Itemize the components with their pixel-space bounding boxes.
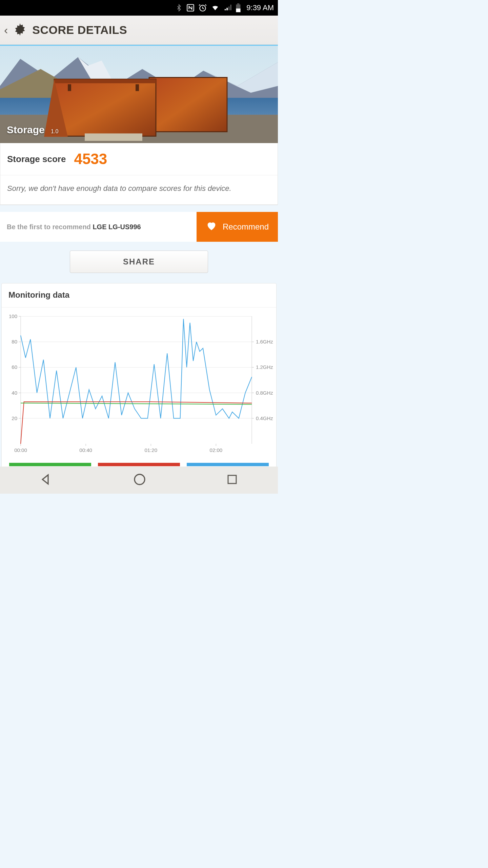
app-header: ‹ SCORE DETAILS	[0, 16, 278, 45]
back-icon[interactable]: ‹	[4, 23, 8, 37]
svg-rect-49	[228, 475, 236, 484]
hero-test-name: Storage 1.0	[7, 124, 58, 136]
svg-text:100: 100	[9, 313, 17, 319]
cell-signal-icon	[223, 4, 232, 12]
app-logo-icon	[13, 22, 27, 38]
android-status-bar: 9:39 AM	[0, 0, 278, 16]
status-time: 9:39 AM	[246, 3, 274, 12]
nav-back-button[interactable]	[40, 473, 53, 488]
device-name: LGE LG-US996	[93, 223, 141, 231]
recommend-prefix: Be the first to recommend	[7, 223, 93, 231]
svg-rect-9	[149, 78, 227, 132]
svg-text:60: 60	[12, 364, 17, 370]
nfc-icon	[186, 3, 195, 12]
svg-text:40: 40	[12, 390, 17, 396]
share-button-label: SHARE	[123, 257, 155, 267]
svg-text:1.6GHz: 1.6GHz	[256, 339, 273, 344]
svg-text:80: 80	[12, 339, 17, 344]
svg-rect-4	[237, 3, 240, 4]
recommend-button-label: Recommend	[223, 222, 269, 232]
alarm-icon	[198, 3, 207, 12]
hero-test-label: Storage	[7, 124, 45, 135]
hero-test-version: 1.0	[51, 129, 58, 134]
svg-text:00:00: 00:00	[14, 447, 27, 453]
score-row: Storage score 4533	[0, 143, 278, 175]
monitoring-card: Monitoring data 204060801000.4GHz0.8GHz1…	[1, 283, 277, 477]
score-card: Storage score 4533 Sorry, we don't have …	[0, 143, 278, 205]
score-value: 4533	[74, 151, 107, 167]
svg-text:02:00: 02:00	[210, 447, 223, 453]
svg-text:00:40: 00:40	[79, 447, 92, 453]
svg-text:01:20: 01:20	[144, 447, 157, 453]
svg-rect-3	[236, 8, 241, 12]
svg-text:1.2GHz: 1.2GHz	[256, 364, 273, 370]
svg-rect-14	[85, 134, 142, 141]
bluetooth-icon	[175, 3, 183, 12]
page-title: SCORE DETAILS	[32, 23, 127, 37]
monitoring-chart: 204060801000.4GHz0.8GHz1.2GHz1.6GHz00:00…	[2, 308, 276, 463]
nav-recent-button[interactable]	[226, 473, 238, 487]
wifi-icon	[210, 4, 220, 12]
nav-home-button[interactable]	[133, 473, 146, 488]
android-nav-bar	[0, 467, 278, 494]
recommend-strip: Be the first to recommend LGE LG-US996 R…	[0, 212, 278, 242]
share-row: SHARE	[0, 242, 278, 283]
no-comparison-message: Sorry, we don't have enough data to comp…	[0, 175, 278, 205]
score-label: Storage score	[7, 154, 66, 164]
recommend-text: Be the first to recommend LGE LG-US996	[7, 223, 141, 231]
svg-text:0.4GHz: 0.4GHz	[256, 415, 273, 421]
svg-text:0.8GHz: 0.8GHz	[256, 390, 273, 396]
recommend-button[interactable]: Recommend	[197, 212, 278, 242]
monitoring-title: Monitoring data	[2, 283, 276, 308]
svg-text:20: 20	[12, 415, 17, 421]
battery-icon	[236, 3, 241, 12]
svg-rect-13	[136, 84, 139, 91]
svg-rect-11	[54, 79, 156, 83]
share-button[interactable]: SHARE	[70, 251, 208, 273]
hero-image: Storage 1.0	[0, 45, 278, 143]
svg-rect-12	[68, 84, 71, 91]
svg-point-48	[135, 474, 145, 485]
heart-icon	[206, 220, 217, 234]
